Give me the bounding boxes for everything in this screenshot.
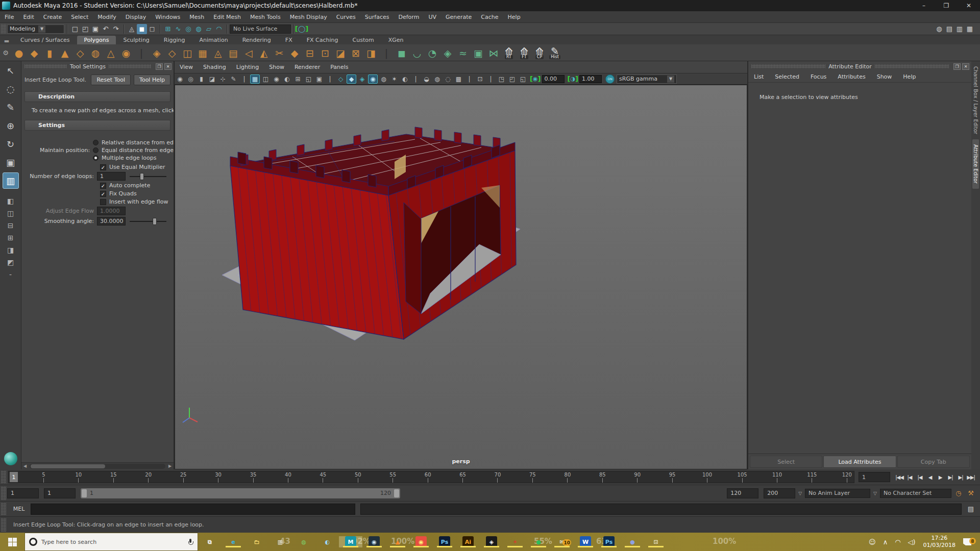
toggle-attribute-editor-icon[interactable]: ▥ xyxy=(954,24,965,34)
poly-plane-icon[interactable]: ◇ xyxy=(72,45,88,60)
taskbar-clock[interactable]: 17:26 01/03/2018 xyxy=(923,535,955,549)
smooth-target-icon[interactable]: ◡ xyxy=(409,45,425,60)
make-live-icon[interactable]: ◠ xyxy=(214,24,224,34)
float-panel-icon[interactable]: ❐ xyxy=(953,63,961,70)
ae-menu-focus[interactable]: Focus xyxy=(805,73,832,80)
play-backwards-button[interactable]: ◀ xyxy=(925,472,935,482)
ae-menu-help[interactable]: Help xyxy=(897,73,921,80)
ae-select-button[interactable]: Select xyxy=(750,456,822,468)
description-section-header[interactable]: Description xyxy=(24,91,170,102)
tearoff-icon[interactable]: ◱ xyxy=(518,74,528,84)
insert-edge-loop-tool[interactable]: ▥ xyxy=(3,172,19,189)
rt-icon[interactable]: ⟰ RT xyxy=(501,45,517,60)
menu-cache[interactable]: Cache xyxy=(476,14,503,20)
pane-menu-icon[interactable]: ◳ xyxy=(497,74,506,84)
menu-modify[interactable]: Modify xyxy=(93,14,120,20)
settings-section-header[interactable]: Settings xyxy=(24,120,170,131)
film-gate-icon[interactable]: ◫ xyxy=(261,74,271,84)
shelf-tab-sculpting[interactable]: Sculpting xyxy=(116,36,156,44)
grab-icon[interactable]: ◈ xyxy=(440,45,455,60)
start-button[interactable] xyxy=(0,533,24,551)
move-tool[interactable]: ⊕ xyxy=(3,117,19,134)
lighting-all-icon[interactable]: ◐ xyxy=(400,74,410,84)
vp-menu-panels[interactable]: Panels xyxy=(325,64,353,70)
illustrator-icon[interactable]: Ai xyxy=(456,536,480,547)
poly-cube-icon[interactable]: ◆ xyxy=(27,45,42,60)
xray-icon[interactable]: ✶ xyxy=(389,74,399,84)
shelf-tab-animation[interactable]: Animation xyxy=(192,36,235,44)
playback-start-field[interactable]: 1 xyxy=(44,488,76,498)
shelf-tab-fx[interactable]: FX xyxy=(278,36,300,44)
hist-icon[interactable]: ✎ Hist xyxy=(547,45,562,60)
chevron-down-icon[interactable]: ▽ xyxy=(798,491,802,496)
scale-tool[interactable]: ▣ xyxy=(3,154,19,170)
edge-loops-slider[interactable] xyxy=(130,173,166,180)
checkbox-use-equal-multiplier[interactable] xyxy=(100,164,106,170)
poly-sphere-icon[interactable]: ● xyxy=(11,45,27,60)
snap-to-points-icon[interactable]: ◎ xyxy=(183,24,193,34)
anim-layer-selector[interactable]: No Anim Layer xyxy=(805,489,870,498)
exposure-control[interactable]: [◉] 0.00 xyxy=(530,75,565,83)
select-by-object-icon[interactable]: ◼ xyxy=(137,24,147,34)
vp-menu-show[interactable]: Show xyxy=(264,64,289,70)
two-d-pan-zoom-icon[interactable]: ⊹ xyxy=(218,74,228,84)
target-weld-icon[interactable]: ⊠ xyxy=(348,45,363,60)
ae-menu-attributes[interactable]: Attributes xyxy=(832,73,871,80)
time-slider-grip[interactable] xyxy=(1,470,6,484)
snap-to-view-planes-icon[interactable]: ▱ xyxy=(204,24,214,34)
close-button[interactable]: ✕ xyxy=(958,0,980,11)
unity-icon[interactable]: ◈ xyxy=(480,536,503,547)
menu-file[interactable]: File xyxy=(0,14,18,20)
separator[interactable]: | xyxy=(134,45,149,60)
range-start-handle[interactable] xyxy=(82,489,87,497)
store-icon[interactable]: ▥ xyxy=(268,536,292,547)
play-forwards-button[interactable]: ▶ xyxy=(935,472,945,482)
sep[interactable]: | xyxy=(411,74,421,84)
resolution-gate-icon[interactable]: ◉ xyxy=(272,74,281,84)
use-default-material-icon[interactable]: ◍ xyxy=(379,74,388,84)
poly-cone-icon[interactable]: ▲ xyxy=(57,45,72,60)
bevel-icon[interactable]: ◆ xyxy=(287,45,302,60)
toggle-modeling-toolkit-icon[interactable]: ◍ xyxy=(934,24,944,34)
toggle-channel-box-icon[interactable]: ▤ xyxy=(944,24,954,34)
playback-range-bar[interactable]: 1 120 xyxy=(81,488,400,498)
edge-loops-field[interactable]: 1 xyxy=(97,172,126,181)
mail-icon[interactable]: ✉ 10 xyxy=(550,536,574,547)
pc-icon[interactable]: ⊡ xyxy=(644,536,668,547)
sep[interactable]: | xyxy=(486,74,496,84)
tab-channel-box-layer-editor[interactable]: Channel Box / Layer Editor xyxy=(972,61,979,139)
tool-settings-scrollbar[interactable]: ◀ ▶ xyxy=(21,462,174,469)
snap-to-grids-icon[interactable]: ⊞ xyxy=(163,24,173,34)
menu-mesh[interactable]: Mesh xyxy=(185,14,209,20)
textured-icon[interactable]: ◉ xyxy=(368,74,378,84)
file-explorer-icon[interactable]: 🗀 xyxy=(245,536,268,547)
separate-icon[interactable]: ◇ xyxy=(164,45,180,60)
radio-multiple-edge-loops[interactable]: Multiple edge loops xyxy=(93,155,174,161)
multi-cut-icon[interactable]: ✂ xyxy=(272,45,287,60)
status-line-grip[interactable] xyxy=(1,24,6,34)
smoothing-angle-slider[interactable] xyxy=(130,218,166,225)
bridge-icon[interactable]: ⊟ xyxy=(302,45,317,60)
ae-menu-show[interactable]: Show xyxy=(871,73,898,80)
checkbox-fix-quads[interactable]: Fix Quads xyxy=(100,190,174,197)
layout-four-pane[interactable]: ⊞ xyxy=(4,232,17,243)
vlc-icon[interactable]: ▲ xyxy=(386,536,409,547)
tab-attribute-editor[interactable]: Attribute Editor xyxy=(972,139,979,189)
gear-icon[interactable]: ⚙ xyxy=(0,49,11,57)
shelf-tab-polygons[interactable]: Polygons xyxy=(77,36,116,44)
menu-create[interactable]: Create xyxy=(39,14,67,20)
microphone-icon[interactable] xyxy=(188,539,192,545)
new-scene-icon[interactable]: □ xyxy=(70,24,80,34)
vp-menu-shading[interactable]: Shading xyxy=(198,64,231,70)
snap-to-curves-icon[interactable]: ∿ xyxy=(173,24,183,34)
help-line-grip[interactable] xyxy=(1,518,6,532)
sep[interactable]: | xyxy=(239,74,249,84)
shelf-menu-icon[interactable]: ▬ xyxy=(0,37,13,44)
discord-icon[interactable]: ● xyxy=(621,536,644,547)
menu-surfaces[interactable]: Surfaces xyxy=(360,14,394,20)
flatten-icon[interactable]: ⋈ xyxy=(486,45,501,60)
mel-command-input[interactable] xyxy=(31,504,355,515)
tool-settings-header[interactable]: Tool Settings ❐ ✕ xyxy=(21,61,174,71)
chrome-icon[interactable]: ◉ xyxy=(409,536,433,547)
word-icon[interactable]: W xyxy=(574,536,597,547)
